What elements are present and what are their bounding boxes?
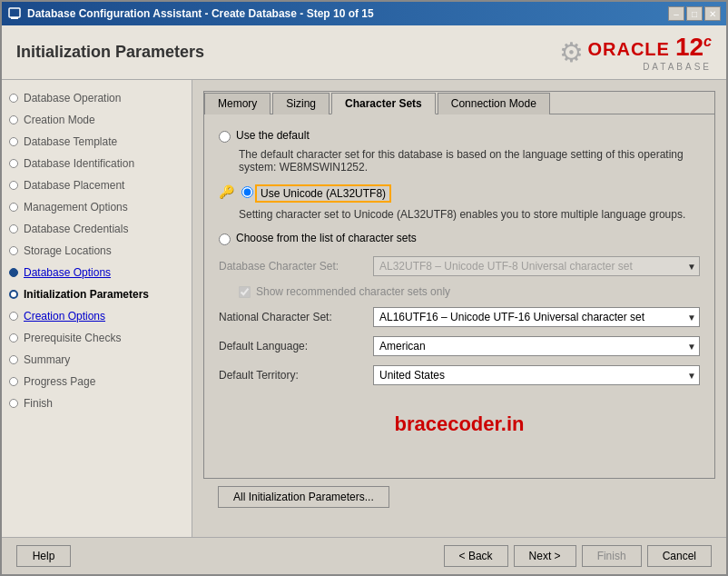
db-char-set-label: Database Character Set: (219, 260, 373, 273)
sidebar-item-summary: Summary (2, 349, 192, 371)
tab-container: Memory Sizing Character Sets Connection … (203, 91, 715, 479)
default-language-field-row: Default Language: American ▼ (219, 336, 700, 356)
default-language-label: Default Language: (219, 340, 373, 353)
gear-icon: ⚙ (559, 36, 584, 68)
oracle-sub: DATABASE (643, 62, 712, 72)
window-title: Database Configuration Assistant - Creat… (27, 7, 374, 20)
choose-from-list-label[interactable]: Choose from the list of character sets (236, 232, 417, 244)
sidebar-bullet (9, 115, 18, 124)
tab-memory[interactable]: Memory (204, 93, 271, 114)
show-recommended-label: Show recommended character sets only (256, 285, 450, 298)
oracle-logo: ⚙ ORACLE 12c DATABASE (559, 33, 712, 72)
use-default-option-group: Use the default The default character se… (219, 129, 700, 174)
sidebar-bullet (9, 268, 18, 277)
sidebar-item-database-credentials: Database Credentials (2, 218, 192, 240)
sidebar-bullet (9, 181, 18, 190)
svg-rect-1 (11, 17, 18, 19)
show-recommended-checkbox[interactable] (239, 286, 251, 298)
sidebar-bullet (9, 224, 18, 233)
main-content: Database Operation Creation Mode Databas… (2, 80, 726, 537)
tab-sizing[interactable]: Sizing (272, 93, 330, 114)
sidebar-bullet (9, 94, 18, 103)
use-default-label[interactable]: Use the default (236, 129, 310, 142)
default-territory-select-wrapper: United States ▼ (373, 365, 700, 385)
watermark: bracecoder.in (219, 394, 700, 445)
sidebar-item-database-options[interactable]: Database Options (2, 262, 192, 283)
use-unicode-option-group: 🔑 Use Unicode (AL32UTF8) Setting charact… (219, 184, 700, 221)
db-char-set-select-wrapper: AL32UTF8 – Unicode UTF-8 Universal chara… (373, 256, 700, 276)
close-button[interactable]: ✕ (704, 6, 721, 21)
oracle-version: 12c (675, 33, 712, 62)
next-button[interactable]: Next > (514, 545, 576, 567)
sidebar-bullet (9, 333, 18, 343)
all-init-params-area: All Initialization Parameters... (203, 479, 715, 511)
cancel-button[interactable]: Cancel (647, 545, 712, 567)
sidebar-item-database-operation: Database Operation (2, 87, 192, 109)
sidebar-bullet (9, 159, 18, 168)
sidebar-item-initialization-parameters: Initialization Parameters (2, 283, 192, 305)
use-default-desc: The default character set for this datab… (239, 148, 700, 174)
key-icon: 🔑 (219, 184, 234, 199)
sidebar-item-database-placement: Database Placement (2, 174, 192, 196)
minimize-button[interactable]: – (668, 6, 684, 21)
sidebar-item-database-identification: Database Identification (2, 153, 192, 174)
sidebar-item-management-options: Management Options (2, 196, 192, 218)
sidebar-bullet (9, 355, 18, 364)
content-area: Memory Sizing Character Sets Connection … (192, 80, 726, 537)
tab-bar: Memory Sizing Character Sets Connection … (204, 92, 714, 114)
window-icon (7, 6, 22, 21)
back-button[interactable]: < Back (444, 545, 508, 567)
maximize-button[interactable]: □ (686, 6, 703, 21)
tab-character-sets[interactable]: Character Sets (331, 93, 436, 114)
default-language-select-wrapper: American ▼ (373, 336, 700, 356)
sidebar-bullet (9, 246, 18, 255)
db-char-set-field-row: Database Character Set: AL32UTF8 – Unico… (219, 256, 700, 276)
sidebar-bullet (9, 137, 18, 146)
sidebar-item-prerequisite-checks: Prerequisite Checks (2, 327, 192, 349)
sidebar-bullet (9, 203, 18, 212)
sidebar-item-finish: Finish (2, 392, 192, 414)
sidebar-item-storage-locations: Storage Locations (2, 240, 192, 262)
national-char-set-field-row: National Character Set: AL16UTF16 – Unic… (219, 307, 700, 327)
choose-from-list-radio-row: Choose from the list of character sets (219, 232, 700, 245)
default-territory-field-row: Default Territory: United States ▼ (219, 365, 700, 385)
nav-buttons: < Back Next > Finish Cancel (444, 545, 712, 567)
page-title: Initialization Parameters (16, 43, 204, 62)
header-bar: Initialization Parameters ⚙ ORACLE 12c D… (2, 25, 726, 80)
sidebar-bullet (9, 290, 18, 299)
window-controls: – □ ✕ (668, 6, 721, 21)
use-unicode-radio-row: 🔑 Use Unicode (AL32UTF8) (219, 184, 700, 203)
finish-button[interactable]: Finish (582, 545, 642, 567)
use-unicode-radio[interactable] (241, 186, 253, 198)
sidebar-bullet (9, 312, 18, 321)
sidebar-item-progress-page: Progress Page (2, 371, 192, 392)
tab-connection-mode[interactable]: Connection Mode (438, 93, 550, 114)
sidebar: Database Operation Creation Mode Databas… (2, 80, 192, 537)
oracle-brand: ORACLE (587, 39, 669, 60)
national-char-set-select[interactable]: AL16UTF16 – Unicode UTF-16 Universal cha… (373, 307, 700, 327)
choose-from-list-option-group: Choose from the list of character sets (219, 232, 700, 245)
choose-from-list-radio[interactable] (219, 233, 231, 245)
show-recommended-row: Show recommended character sets only (239, 285, 700, 298)
use-default-radio[interactable] (219, 131, 231, 143)
default-territory-select[interactable]: United States (373, 365, 700, 385)
sidebar-bullet (9, 377, 18, 386)
sidebar-item-database-template: Database Template (2, 131, 192, 153)
national-char-set-select-wrapper: AL16UTF16 – Unicode UTF-16 Universal cha… (373, 307, 700, 327)
svg-rect-0 (9, 8, 20, 17)
use-default-radio-row: Use the default (219, 129, 700, 143)
bottom-button-row: Help < Back Next > Finish Cancel (2, 537, 726, 574)
all-init-params-button[interactable]: All Initialization Parameters... (218, 486, 389, 508)
main-window: Database Configuration Assistant - Creat… (0, 0, 728, 576)
db-char-set-select[interactable]: AL32UTF8 – Unicode UTF-8 Universal chara… (373, 256, 700, 276)
sidebar-bullet (9, 399, 18, 408)
default-language-select[interactable]: American (373, 336, 700, 356)
help-button[interactable]: Help (16, 545, 71, 567)
default-territory-label: Default Territory: (219, 369, 373, 382)
national-char-set-label: National Character Set: (219, 311, 373, 323)
use-unicode-label[interactable]: Use Unicode (AL32UTF8) (259, 184, 391, 203)
sidebar-item-creation-mode: Creation Mode (2, 109, 192, 131)
character-sets-tab-content: Use the default The default character se… (204, 114, 714, 478)
use-unicode-desc: Setting character set to Unicode (AL32UT… (239, 208, 700, 221)
sidebar-item-creation-options[interactable]: Creation Options (2, 305, 192, 327)
